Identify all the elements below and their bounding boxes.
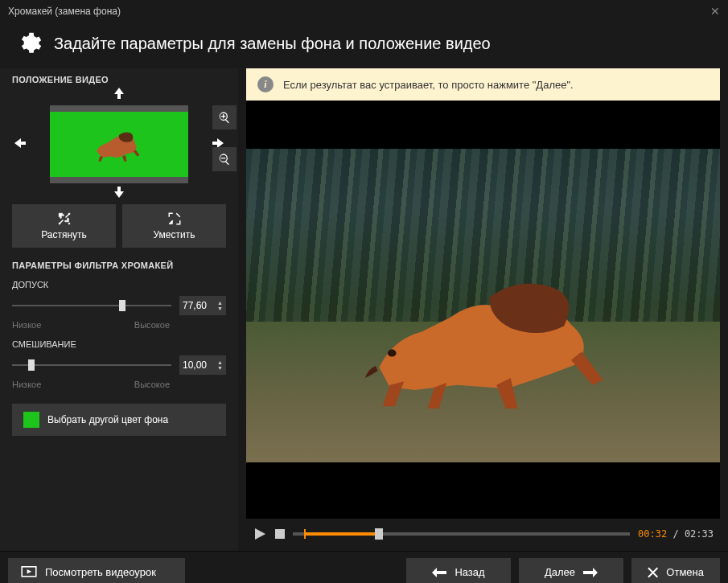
tolerance-slider[interactable] [12,305,171,306]
blend-low-label: Низкое [12,380,41,389]
arrow-left-icon [432,568,446,577]
blend-label: СМЕШИВАНИЕ [12,339,226,349]
color-swatch [23,412,39,428]
next-button[interactable]: Далее [519,558,623,584]
move-down-button[interactable] [113,187,125,201]
window-title: Хромакей (замена фона) [8,6,121,17]
info-bar: i Если результат вас устраивает, то прос… [246,68,720,101]
stop-button[interactable] [275,529,285,539]
blend-slider[interactable] [12,364,171,366]
tolerance-input[interactable]: 77,60▲▼ [179,296,226,315]
svg-point-0 [388,350,397,357]
info-icon: i [257,76,274,92]
close-icon[interactable]: ✕ [710,5,720,18]
tolerance-label: ДОПУСК [12,280,226,289]
move-left-button[interactable] [14,137,26,153]
zoom-in-button[interactable] [212,105,236,129]
arrow-right-icon [583,568,598,577]
play-button[interactable] [253,527,267,541]
tutorial-button[interactable]: Посмотреть видеоурок [8,558,185,584]
tolerance-low-label: Низкое [12,320,41,330]
zoom-out-button[interactable] [212,147,236,171]
close-icon [648,567,658,578]
cancel-label: Отмена [666,566,704,578]
back-button[interactable]: Назад [406,558,511,584]
fit-label: Уместить [154,229,195,240]
info-text: Если результат вас устраивает, то просто… [283,79,574,91]
next-label: Далее [545,566,575,578]
fit-button[interactable]: Уместить [122,204,226,248]
video-preview [246,101,720,519]
pick-color-button[interactable]: Выбрать другой цвет фона [12,404,226,436]
stretch-label: Растянуть [41,229,87,240]
spinner-arrows-icon[interactable]: ▲▼ [217,359,223,371]
gear-icon [16,31,42,56]
cancel-button[interactable]: Отмена [631,558,720,584]
video-play-icon [21,566,37,579]
lion-preview-icon [351,268,635,410]
fit-icon [167,211,182,226]
lion-thumbnail-icon [87,125,151,165]
tolerance-high-label: Высокое [134,320,170,330]
stretch-button[interactable]: Растянуть [12,204,116,248]
pick-color-label: Выбрать другой цвет фона [47,414,168,425]
time-display: 00:32 / 02:33 [638,528,714,540]
spinner-arrows-icon[interactable]: ▲▼ [217,300,223,311]
timeline-slider[interactable] [293,532,630,536]
tutorial-label: Посмотреть видеоурок [45,566,156,578]
blend-input[interactable]: 10,00▲▼ [179,355,226,375]
blend-high-label: Высокое [134,380,170,389]
stretch-icon [57,211,72,226]
filter-section-label: ПАРАМЕТРЫ ФИЛЬТРА ХРОМАКЕЙ [12,261,226,270]
back-label: Назад [454,566,484,578]
move-up-button[interactable] [113,88,125,102]
position-thumbnail[interactable] [50,105,188,183]
position-section-label: ПОЛОЖЕНИЕ ВИДЕО [12,75,226,84]
page-title: Задайте параметры для замены фона и поло… [54,35,491,53]
